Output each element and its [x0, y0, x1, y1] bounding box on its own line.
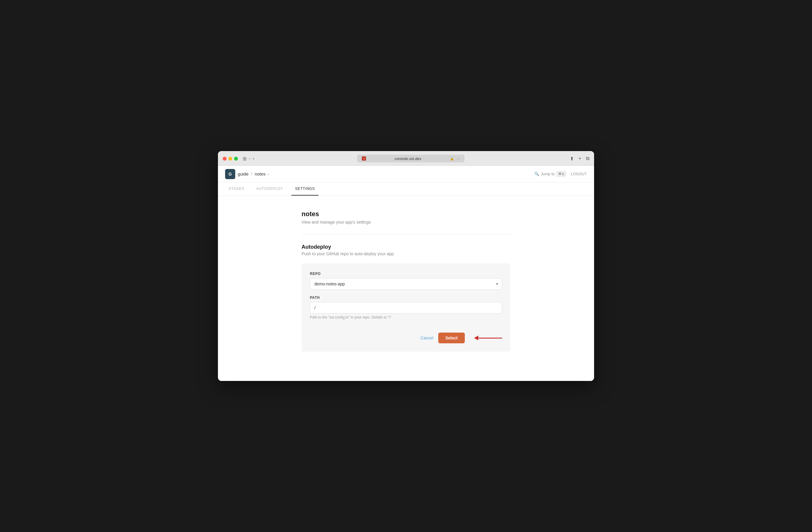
repo-select-wrapper: demo-notes-app ▾ [310, 278, 502, 290]
new-tab-icon[interactable]: + [579, 156, 581, 161]
sidebar-toggle-icon[interactable]: ⊞ [243, 156, 247, 161]
chevron-down-icon: ▾ [249, 157, 250, 160]
maximize-button[interactable] [234, 157, 238, 161]
cancel-button[interactable]: Cancel [420, 335, 433, 340]
browser-right-actions: ⬆ + ⧉ [570, 156, 589, 161]
tab-settings[interactable]: SETTINGS [291, 183, 318, 196]
jump-to-label: Jump to [541, 172, 555, 176]
path-input[interactable] [310, 302, 502, 314]
breadcrumb: G guide / notes ⌄ [225, 169, 270, 179]
page-title: notes [302, 210, 510, 218]
tabs: STAGES AUTODEPLOY SETTINGS [218, 183, 594, 196]
section-header: Autodeploy Push to your GitHub repo to a… [302, 244, 510, 256]
address-menu-icon[interactable]: ··· [456, 156, 460, 161]
select-button[interactable]: Select [438, 333, 465, 343]
tabs-icon[interactable]: ⧉ [586, 156, 589, 161]
path-label: PATH [310, 296, 502, 300]
logout-button[interactable]: LOGOUT [571, 172, 587, 176]
address-bar-container: S console.sst.dev 🔒 ··· [258, 155, 564, 162]
app-header: G guide / notes ⌄ 🔍 Jump to ⌘ K LOGOUT [218, 166, 594, 183]
jump-to[interactable]: 🔍 Jump to ⌘ K [534, 171, 566, 177]
form-actions: Cancel Select [420, 333, 502, 343]
page-subtitle: View and manage your app's settings [302, 220, 510, 225]
path-hint: Path to the "sst.config.ts" in your repo… [310, 315, 502, 319]
content-wrapper: notes View and manage your app's setting… [284, 210, 528, 352]
breadcrumb-page: notes [255, 171, 266, 176]
browser-window: ⊞ ▾ ‹ S console.sst.dev 🔒 ··· ⬆ + ⧉ [218, 151, 594, 381]
path-form-group: PATH Path to the "sst.config.ts" in your… [310, 296, 502, 319]
address-bar[interactable]: S console.sst.dev 🔒 ··· [357, 155, 465, 162]
chevron-down-icon: ⌄ [267, 172, 270, 176]
cmd-key: ⌘ [558, 172, 562, 176]
browser-actions: ⊞ ▾ ‹ [243, 156, 255, 161]
keyboard-shortcut: ⌘ K [556, 171, 566, 177]
address-text: console.sst.dev [368, 156, 447, 161]
close-button[interactable] [223, 157, 227, 161]
divider [302, 234, 510, 234]
app-logo: G [225, 169, 235, 179]
main-content: notes View and manage your app's setting… [218, 196, 594, 381]
form-actions-row: Cancel Select [310, 326, 502, 343]
arrow-annotation [474, 335, 502, 340]
traffic-lights [223, 157, 238, 161]
repo-form-group: REPO demo-notes-app ▾ [310, 272, 502, 290]
repo-label: REPO [310, 272, 502, 276]
minimize-button[interactable] [228, 157, 232, 161]
browser-chrome: ⊞ ▾ ‹ S console.sst.dev 🔒 ··· ⬆ + ⧉ [218, 151, 594, 166]
header-right: 🔍 Jump to ⌘ K LOGOUT [534, 171, 587, 177]
share-icon[interactable]: ⬆ [570, 156, 574, 161]
back-icon[interactable]: ‹ [253, 156, 255, 161]
section-title: Autodeploy [302, 244, 510, 250]
k-key: K [562, 172, 564, 176]
lock-icon: 🔒 [450, 157, 454, 161]
favicon: S [362, 156, 366, 161]
search-icon: 🔍 [534, 172, 539, 176]
form-card: REPO demo-notes-app ▾ PATH Path to the "… [302, 263, 510, 352]
breadcrumb-separator: / [251, 171, 252, 176]
tab-stages[interactable]: STAGES [225, 183, 248, 196]
repo-select[interactable]: demo-notes-app [310, 278, 502, 290]
section-description: Push to your GitHub repo to auto-deploy … [302, 251, 510, 256]
page-header: notes View and manage your app's setting… [302, 210, 510, 225]
tab-autodeploy[interactable]: AUTODEPLOY [253, 183, 287, 196]
breadcrumb-app-name[interactable]: guide [237, 171, 249, 176]
breadcrumb-current[interactable]: notes ⌄ [255, 171, 270, 176]
